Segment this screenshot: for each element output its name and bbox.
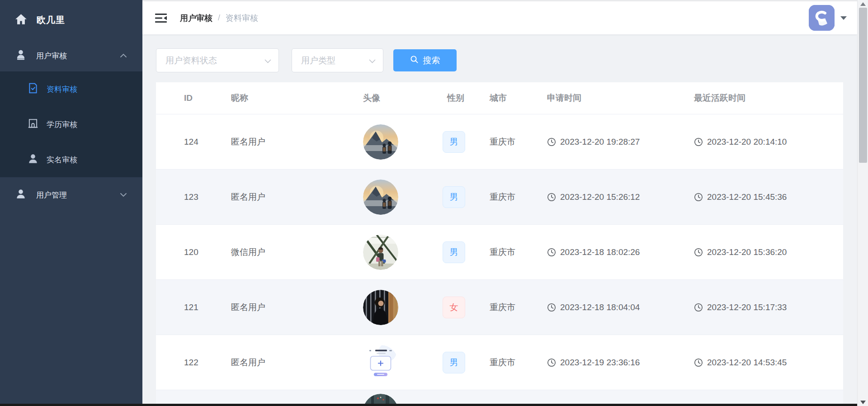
- search-button[interactable]: 搜索: [393, 49, 457, 71]
- building-icon: [27, 118, 39, 132]
- topbar: 用户审核 / 资料审核: [142, 0, 857, 34]
- table-row: 124 匿名用户 男 重庆市 2023-12-20 19:28:27 2023-…: [156, 114, 843, 170]
- user-icon: [27, 153, 39, 167]
- table-row-partial: [156, 390, 843, 404]
- sidebar: 欧几里 用户审核 资料审核 学历审核 实名审核: [0, 0, 142, 406]
- chevron-down-icon: [120, 190, 127, 199]
- column-header-apply-time: 申请时间: [547, 92, 694, 104]
- cell-id: 121: [184, 302, 231, 312]
- cell-active-time: 2023-12-20 15:17:33: [694, 302, 843, 312]
- user-review-table: ID 昵称 头像 性别 城市 申请时间 最近活跃时间 124 匿名用户 男 重庆…: [156, 82, 843, 404]
- table-header-row: ID 昵称 头像 性别 城市 申请时间 最近活跃时间: [156, 82, 843, 114]
- scrollbar-down-arrow[interactable]: [858, 398, 868, 406]
- user-icon: [15, 49, 27, 63]
- profile-status-select[interactable]: 用户资料状态: [156, 48, 279, 72]
- avatar-image: [363, 400, 447, 404]
- column-header-id: ID: [184, 93, 231, 103]
- search-button-label: 搜索: [423, 55, 440, 66]
- filter-bar: 用户资料状态 用户类型 搜索: [156, 48, 857, 72]
- breadcrumb-parent[interactable]: 用户审核: [180, 13, 212, 24]
- magnifier-icon: [410, 55, 419, 66]
- clock-icon: [694, 193, 703, 202]
- table-row: 123 匿名用户 男 重庆市 2023-12-20 15:26:12 2023-…: [156, 170, 843, 225]
- column-header-nickname: 昵称: [231, 92, 363, 104]
- chevron-up-icon: [120, 51, 127, 60]
- sidebar-subitem-label: 学历审核: [47, 119, 77, 130]
- sidebar-item-user-review[interactable]: 用户审核: [0, 40, 142, 71]
- clock-icon: [694, 248, 703, 257]
- sidebar-subitem-education-review[interactable]: 学历审核: [0, 107, 142, 142]
- user-type-placeholder: 用户类型: [301, 55, 335, 66]
- scrollbar-thumb[interactable]: [859, 8, 867, 163]
- chevron-down-icon: [369, 56, 376, 66]
- main-content: 用户资料状态 用户类型 搜索 ID 昵称 头像 性别 城市 申请时间 最近活跃时: [142, 34, 857, 406]
- cell-nickname: 匿名用户: [231, 191, 363, 203]
- sidebar-subitem-label: 实名审核: [47, 155, 77, 165]
- cell-active-time: 2023-12-20 20:14:10: [694, 137, 843, 147]
- cell-active-time: 2023-12-20 14:53:45: [694, 358, 843, 368]
- clock-icon: [694, 358, 703, 367]
- breadcrumb-separator: /: [218, 13, 220, 23]
- cell-nickname: 匿名用户: [231, 136, 363, 148]
- cell-id: 124: [184, 137, 231, 147]
- sidebar-item-label: 用户管理: [36, 190, 67, 200]
- avatar-image: [363, 345, 447, 380]
- cell-apply-time: 2023-12-20 19:28:27: [547, 137, 694, 147]
- cell-city: 重庆市: [490, 136, 547, 148]
- cell-id: 123: [184, 192, 231, 202]
- cell-apply-time: 2023-12-20 15:26:12: [547, 192, 694, 202]
- clock-icon: [694, 303, 703, 312]
- table-row: 122 匿名用户 男 重庆市 2023-12-19 23:36:16 2023-…: [156, 335, 843, 390]
- scrollbar: [857, 0, 868, 406]
- table-row: 120 微信用户 男 重庆市 2023-12-18 18:02:26 2023-…: [156, 225, 843, 280]
- sidebar-item-user-manage[interactable]: 用户管理: [0, 177, 142, 212]
- clock-icon: [547, 193, 556, 202]
- sidebar-subitem-profile-review[interactable]: 资料审核: [0, 71, 142, 107]
- caret-down-icon[interactable]: [840, 16, 847, 20]
- user-type-select[interactable]: 用户类型: [292, 48, 383, 72]
- breadcrumb-current: 资料审核: [226, 13, 258, 24]
- cell-active-time: 2023-12-20 15:45:36: [694, 192, 843, 202]
- cell-apply-time: 2023-12-18 18:02:26: [547, 247, 694, 257]
- clock-icon: [694, 137, 703, 146]
- sidebar-item-label: 用户审核: [36, 51, 67, 61]
- cell-city: 重庆市: [490, 191, 547, 203]
- clock-icon: [547, 248, 556, 257]
- gender-badge: 男: [443, 186, 465, 208]
- profile-status-placeholder: 用户资料状态: [165, 55, 217, 66]
- avatar[interactable]: [809, 5, 835, 31]
- sidebar-subitem-realname-review[interactable]: 实名审核: [0, 142, 142, 177]
- clock-icon: [547, 303, 556, 312]
- sidebar-logo[interactable]: 欧几里: [0, 0, 142, 40]
- avatar-image: [363, 179, 447, 215]
- scrollbar-up-arrow[interactable]: [858, 0, 868, 8]
- gender-badge: 男: [443, 352, 465, 373]
- cell-city: 重庆市: [490, 357, 547, 368]
- account-menu: [809, 5, 847, 31]
- sidebar-subitem-label: 资料审核: [47, 84, 77, 94]
- hamburger-icon[interactable]: [155, 13, 167, 23]
- cell-city: 重庆市: [490, 302, 547, 313]
- cell-id: 120: [184, 247, 231, 257]
- cell-id: 122: [184, 358, 231, 368]
- column-header-city: 城市: [490, 92, 547, 104]
- cell-nickname: 微信用户: [231, 246, 363, 258]
- cell-apply-time: 2023-12-19 23:36:16: [547, 358, 694, 368]
- gender-badge: 男: [443, 131, 465, 153]
- window-bottom-edge: [0, 404, 857, 406]
- breadcrumb: 用户审核 / 资料审核: [180, 1, 258, 34]
- cell-apply-time: 2023-12-18 18:04:04: [547, 302, 694, 312]
- gender-badge: 男: [443, 241, 465, 263]
- gender-badge: 女: [443, 297, 465, 318]
- clock-icon: [547, 137, 556, 146]
- chevron-down-icon: [264, 56, 271, 66]
- avatar-image: [363, 124, 447, 160]
- logo-title: 欧几里: [37, 14, 65, 26]
- cell-city: 重庆市: [490, 246, 547, 258]
- table-row: 121 匿名用户 女 重庆市 2023-12-18 18:04:04 2023-…: [156, 280, 843, 335]
- column-header-avatar: 头像: [363, 92, 447, 104]
- cell-nickname: 匿名用户: [231, 357, 363, 368]
- home-icon: [15, 14, 27, 27]
- user-icon: [15, 188, 27, 202]
- document-check-icon: [27, 82, 39, 96]
